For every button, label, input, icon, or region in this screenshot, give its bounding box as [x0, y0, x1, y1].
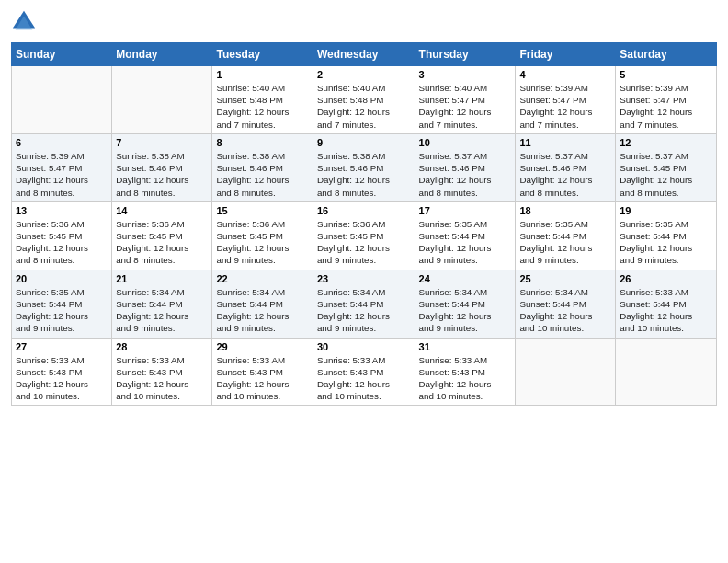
calendar-cell: 9Sunrise: 5:38 AM Sunset: 5:46 PM Daylig…	[313, 133, 415, 201]
day-info: Sunrise: 5:33 AM Sunset: 5:43 PM Dayligh…	[216, 354, 308, 403]
weekday-header-cell: Tuesday	[212, 43, 313, 66]
calendar-cell: 29Sunrise: 5:33 AM Sunset: 5:43 PM Dayli…	[212, 338, 313, 406]
day-number: 1	[216, 69, 308, 80]
day-number: 3	[419, 69, 512, 80]
calendar-cell	[516, 338, 616, 406]
day-number: 11	[519, 137, 611, 148]
day-info: Sunrise: 5:38 AM Sunset: 5:46 PM Dayligh…	[317, 150, 411, 199]
calendar-cell: 8Sunrise: 5:38 AM Sunset: 5:46 PM Daylig…	[212, 133, 313, 201]
calendar-cell: 3Sunrise: 5:40 AM Sunset: 5:47 PM Daylig…	[415, 66, 516, 134]
weekday-header-row: SundayMondayTuesdayWednesdayThursdayFrid…	[12, 43, 717, 66]
day-info: Sunrise: 5:35 AM Sunset: 5:44 PM Dayligh…	[419, 218, 512, 267]
calendar-cell: 30Sunrise: 5:33 AM Sunset: 5:43 PM Dayli…	[313, 338, 415, 406]
calendar-cell: 10Sunrise: 5:37 AM Sunset: 5:46 PM Dayli…	[415, 133, 516, 201]
weekday-header-cell: Monday	[112, 43, 212, 66]
day-info: Sunrise: 5:34 AM Sunset: 5:44 PM Dayligh…	[519, 286, 611, 335]
logo-icon	[11, 9, 37, 35]
day-info: Sunrise: 5:33 AM Sunset: 5:43 PM Dayligh…	[16, 354, 108, 403]
calendar-cell: 24Sunrise: 5:34 AM Sunset: 5:44 PM Dayli…	[415, 270, 516, 338]
day-number: 18	[519, 205, 611, 216]
day-number: 23	[317, 273, 411, 284]
day-number: 28	[116, 341, 208, 352]
weekday-header-cell: Sunday	[12, 43, 112, 66]
day-number: 6	[16, 137, 108, 148]
day-number: 13	[16, 205, 108, 216]
day-number: 29	[216, 341, 308, 352]
day-number: 17	[419, 205, 512, 216]
weekday-header-cell: Thursday	[415, 43, 516, 66]
calendar-cell: 22Sunrise: 5:34 AM Sunset: 5:44 PM Dayli…	[212, 270, 313, 338]
day-info: Sunrise: 5:34 AM Sunset: 5:44 PM Dayligh…	[419, 286, 512, 335]
weekday-header-cell: Friday	[516, 43, 616, 66]
calendar-cell: 18Sunrise: 5:35 AM Sunset: 5:44 PM Dayli…	[516, 201, 616, 270]
day-number: 10	[419, 137, 512, 148]
weekday-header-cell: Saturday	[616, 43, 717, 66]
day-info: Sunrise: 5:39 AM Sunset: 5:47 PM Dayligh…	[519, 82, 611, 131]
calendar-cell: 25Sunrise: 5:34 AM Sunset: 5:44 PM Dayli…	[516, 270, 616, 338]
page-container: SundayMondayTuesdayWednesdayThursdayFrid…	[0, 0, 728, 413]
calendar-cell: 2Sunrise: 5:40 AM Sunset: 5:48 PM Daylig…	[313, 66, 415, 134]
calendar-cell: 17Sunrise: 5:35 AM Sunset: 5:44 PM Dayli…	[415, 201, 516, 270]
day-number: 25	[519, 273, 611, 284]
day-info: Sunrise: 5:33 AM Sunset: 5:43 PM Dayligh…	[419, 354, 512, 403]
day-info: Sunrise: 5:33 AM Sunset: 5:44 PM Dayligh…	[620, 286, 712, 335]
weekday-header-cell: Wednesday	[313, 43, 415, 66]
calendar-cell: 7Sunrise: 5:38 AM Sunset: 5:46 PM Daylig…	[112, 133, 212, 201]
day-info: Sunrise: 5:34 AM Sunset: 5:44 PM Dayligh…	[317, 286, 411, 335]
calendar-cell: 23Sunrise: 5:34 AM Sunset: 5:44 PM Dayli…	[313, 270, 415, 338]
day-number: 30	[317, 341, 411, 352]
day-info: Sunrise: 5:33 AM Sunset: 5:43 PM Dayligh…	[317, 354, 411, 403]
day-number: 21	[116, 273, 208, 284]
day-info: Sunrise: 5:35 AM Sunset: 5:44 PM Dayligh…	[519, 218, 611, 267]
day-number: 9	[317, 137, 411, 148]
day-number: 2	[317, 69, 411, 80]
calendar-body: 1Sunrise: 5:40 AM Sunset: 5:48 PM Daylig…	[12, 66, 717, 406]
day-info: Sunrise: 5:39 AM Sunset: 5:47 PM Dayligh…	[16, 150, 108, 199]
day-info: Sunrise: 5:39 AM Sunset: 5:47 PM Dayligh…	[620, 82, 712, 131]
calendar-week-row: 27Sunrise: 5:33 AM Sunset: 5:43 PM Dayli…	[12, 338, 717, 406]
day-info: Sunrise: 5:36 AM Sunset: 5:45 PM Dayligh…	[317, 218, 411, 267]
calendar-week-row: 20Sunrise: 5:35 AM Sunset: 5:44 PM Dayli…	[12, 270, 717, 338]
day-number: 24	[419, 273, 512, 284]
calendar-cell: 26Sunrise: 5:33 AM Sunset: 5:44 PM Dayli…	[616, 270, 717, 338]
day-info: Sunrise: 5:38 AM Sunset: 5:46 PM Dayligh…	[216, 150, 308, 199]
day-info: Sunrise: 5:36 AM Sunset: 5:45 PM Dayligh…	[216, 218, 308, 267]
day-info: Sunrise: 5:34 AM Sunset: 5:44 PM Dayligh…	[216, 286, 308, 335]
day-info: Sunrise: 5:35 AM Sunset: 5:44 PM Dayligh…	[16, 286, 108, 335]
day-number: 20	[16, 273, 108, 284]
calendar-cell: 5Sunrise: 5:39 AM Sunset: 5:47 PM Daylig…	[616, 66, 717, 134]
calendar-cell: 15Sunrise: 5:36 AM Sunset: 5:45 PM Dayli…	[212, 201, 313, 270]
calendar-cell: 16Sunrise: 5:36 AM Sunset: 5:45 PM Dayli…	[313, 201, 415, 270]
calendar-cell: 12Sunrise: 5:37 AM Sunset: 5:45 PM Dayli…	[616, 133, 717, 201]
day-info: Sunrise: 5:40 AM Sunset: 5:48 PM Dayligh…	[317, 82, 411, 131]
day-info: Sunrise: 5:37 AM Sunset: 5:45 PM Dayligh…	[620, 150, 712, 199]
day-info: Sunrise: 5:40 AM Sunset: 5:47 PM Dayligh…	[419, 82, 512, 131]
day-number: 5	[620, 69, 712, 80]
calendar-cell: 31Sunrise: 5:33 AM Sunset: 5:43 PM Dayli…	[415, 338, 516, 406]
day-number: 14	[116, 205, 208, 216]
header	[11, 9, 717, 35]
day-info: Sunrise: 5:36 AM Sunset: 5:45 PM Dayligh…	[16, 218, 108, 267]
day-number: 12	[620, 137, 712, 148]
calendar-cell	[112, 66, 212, 134]
day-number: 26	[620, 273, 712, 284]
calendar-cell	[12, 66, 112, 134]
day-number: 31	[419, 341, 512, 352]
day-info: Sunrise: 5:38 AM Sunset: 5:46 PM Dayligh…	[116, 150, 208, 199]
day-number: 15	[216, 205, 308, 216]
calendar-cell	[616, 338, 717, 406]
calendar-week-row: 6Sunrise: 5:39 AM Sunset: 5:47 PM Daylig…	[12, 133, 717, 201]
calendar-table: SundayMondayTuesdayWednesdayThursdayFrid…	[11, 42, 717, 406]
calendar-cell: 1Sunrise: 5:40 AM Sunset: 5:48 PM Daylig…	[212, 66, 313, 134]
day-number: 4	[519, 69, 611, 80]
day-number: 27	[16, 341, 108, 352]
calendar-cell: 19Sunrise: 5:35 AM Sunset: 5:44 PM Dayli…	[616, 201, 717, 270]
day-number: 22	[216, 273, 308, 284]
calendar-cell: 13Sunrise: 5:36 AM Sunset: 5:45 PM Dayli…	[12, 201, 112, 270]
day-info: Sunrise: 5:33 AM Sunset: 5:43 PM Dayligh…	[116, 354, 208, 403]
day-number: 16	[317, 205, 411, 216]
calendar-cell: 6Sunrise: 5:39 AM Sunset: 5:47 PM Daylig…	[12, 133, 112, 201]
day-info: Sunrise: 5:36 AM Sunset: 5:45 PM Dayligh…	[116, 218, 208, 267]
day-info: Sunrise: 5:35 AM Sunset: 5:44 PM Dayligh…	[620, 218, 712, 267]
calendar-cell: 20Sunrise: 5:35 AM Sunset: 5:44 PM Dayli…	[12, 270, 112, 338]
